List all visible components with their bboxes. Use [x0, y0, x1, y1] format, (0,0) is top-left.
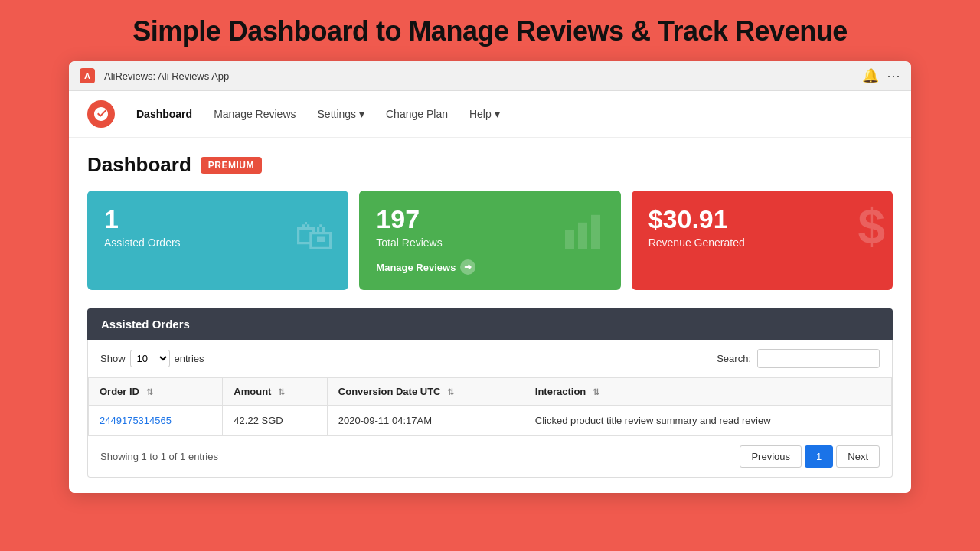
dashboard-heading: Dashboard PREMIUM	[87, 153, 893, 177]
bar-chart-icon	[561, 207, 607, 262]
table-header-row: Order ID ⇅ Amount ⇅ Conversion Date UTC …	[89, 378, 892, 406]
nav-manage-reviews[interactable]: Manage Reviews	[214, 108, 296, 120]
assisted-orders-card: 1 Assisted Orders 🛍	[87, 191, 348, 290]
browser-window: A AliReviews: Ali Reviews App 🔔 ⋯ Dashbo…	[69, 61, 911, 493]
col-conversion-date[interactable]: Conversion Date UTC ⇅	[327, 378, 524, 406]
table-container: Show 10 25 50 100 entries Search:	[87, 340, 893, 478]
premium-badge: PREMIUM	[201, 157, 262, 174]
next-button[interactable]: Next	[836, 445, 880, 468]
section-header: Assisted Orders	[87, 308, 893, 340]
search-label: Search:	[717, 353, 751, 364]
show-label: Show	[100, 353, 126, 364]
sort-icon: ⇅	[146, 387, 153, 397]
showing-entries-text: Showing 1 to 1 of 1 entries	[100, 451, 218, 462]
main-area: Dashboard PREMIUM 1 Assisted Orders 🛍 19…	[69, 138, 911, 493]
amount-cell: 42.22 SGD	[223, 406, 327, 436]
col-order-id[interactable]: Order ID ⇅	[89, 378, 223, 406]
browser-bar: A AliReviews: Ali Reviews App 🔔 ⋯	[69, 61, 911, 91]
assisted-orders-section: Assisted Orders Show 10 25 50 100	[87, 308, 893, 478]
sort-icon: ⇅	[593, 387, 599, 397]
app-favicon: A	[80, 68, 95, 83]
browser-actions: 🔔 ⋯	[862, 67, 900, 84]
dashboard-title: Dashboard	[87, 153, 191, 177]
order-id-cell: 2449175314565	[89, 406, 223, 436]
revenue-label: Revenue Generated	[648, 236, 876, 249]
nav-dashboard[interactable]: Dashboard	[136, 108, 192, 120]
interaction-cell: Clicked product title review summary and…	[524, 406, 891, 436]
svg-rect-1	[578, 223, 587, 249]
app-content: Dashboard Manage Reviews Settings ▾ Chan…	[69, 91, 911, 493]
col-interaction[interactable]: Interaction ⇅	[524, 378, 891, 406]
show-entries: Show 10 25 50 100 entries	[100, 350, 204, 367]
more-icon[interactable]: ⋯	[887, 67, 900, 84]
entries-label: entries	[175, 353, 204, 364]
revenue-card: $30.91 Revenue Generated $	[632, 191, 893, 290]
pagination: Previous 1 Next	[740, 445, 880, 468]
conversion-date-cell: 2020-09-11 04:17AM	[327, 406, 524, 436]
nav-help[interactable]: Help ▾	[469, 108, 500, 120]
revenue-number: $30.91	[648, 206, 876, 232]
arrow-icon: ➜	[460, 259, 475, 275]
previous-button[interactable]: Previous	[740, 445, 802, 468]
nav-settings[interactable]: Settings ▾	[318, 108, 364, 120]
nav-change-plan[interactable]: Change Plan	[386, 108, 448, 120]
table-controls: Show 10 25 50 100 entries Search:	[88, 340, 892, 377]
table-row: 2449175314565 42.22 SGD 2020-09-11 04:17…	[89, 406, 892, 436]
orders-table: Order ID ⇅ Amount ⇅ Conversion Date UTC …	[88, 377, 892, 436]
page-main-title: Simple Dashboard to Manage Reviews & Tra…	[132, 15, 847, 47]
shopping-bag-icon: 🛍	[295, 213, 335, 259]
svg-rect-2	[591, 215, 600, 249]
sort-icon: ⇅	[447, 387, 454, 397]
total-reviews-card: 197 Total Reviews Manage Reviews ➜	[359, 191, 620, 290]
table-footer: Showing 1 to 1 of 1 entries Previous 1 N…	[88, 436, 892, 477]
svg-rect-0	[565, 230, 574, 249]
search-area: Search:	[717, 349, 880, 368]
entries-select[interactable]: 10 25 50 100	[130, 350, 170, 367]
browser-tab-title: AliReviews: Ali Reviews App	[104, 70, 853, 82]
nav-bar: Dashboard Manage Reviews Settings ▾ Chan…	[69, 91, 911, 138]
bell-icon[interactable]: 🔔	[862, 67, 879, 84]
page-1-button[interactable]: 1	[805, 445, 833, 468]
app-logo[interactable]	[87, 100, 115, 128]
sort-icon: ⇅	[278, 387, 285, 397]
dollar-icon: $	[858, 198, 885, 255]
search-input[interactable]	[757, 349, 880, 368]
order-id-link[interactable]: 2449175314565	[100, 415, 172, 426]
cards-row: 1 Assisted Orders 🛍 197 Total Reviews	[87, 191, 893, 290]
col-amount[interactable]: Amount ⇅	[223, 378, 327, 406]
